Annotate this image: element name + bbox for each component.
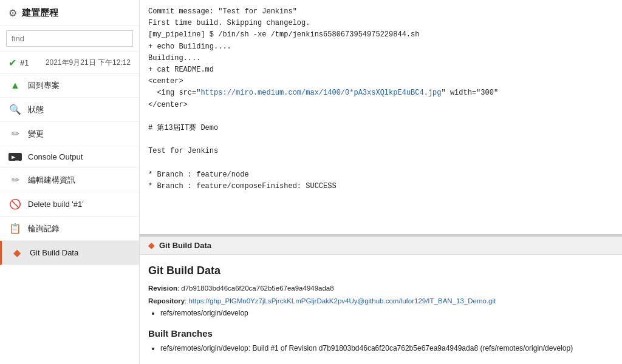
- git-build-title: Git Build Data: [148, 265, 613, 277]
- nav-item-delete[interactable]: 🚫 Delete build '#1': [0, 192, 139, 217]
- build-timestamp: 2021年9月21日 下午12:12: [46, 58, 131, 68]
- build-item[interactable]: ✔ #1 2021年9月21日 下午12:12: [0, 52, 139, 74]
- nav-item-console[interactable]: ▶_ Console Output 1: [0, 146, 139, 168]
- search-input[interactable]: [6, 30, 133, 47]
- git-section-header-label: Git Build Data: [159, 241, 211, 250]
- main-content: Commit message: "Test for Jenkins" First…: [140, 0, 622, 364]
- search-area: [0, 25, 139, 52]
- nav-item-changes[interactable]: ✏ 變更: [0, 122, 139, 146]
- nav-label-changes: 變更: [28, 129, 44, 140]
- nav-label-back: 回到專案: [28, 80, 60, 91]
- console-line-2: First time build. Skipping changelog.: [148, 18, 613, 29]
- delete-icon: 🚫: [9, 198, 22, 210]
- console-line-branch1: * Branch : feature/node: [148, 169, 613, 181]
- console-line-branch2: * Branch : feature/composeFinished: SUCC…: [148, 181, 613, 192]
- nav-label-edit-build: 編輯建構資訊: [28, 175, 75, 186]
- console-line-3: [my_pipeline] $ /bin/sh -xe /tmp/jenkins…: [148, 29, 613, 41]
- nav-label-console: Console Output: [28, 152, 83, 161]
- terminal-icon: ▶_: [9, 153, 22, 161]
- sidebar-title: 建置歷程: [22, 7, 58, 19]
- git-diamond-icon: ◆: [10, 247, 24, 258]
- git-header-icon: ◆: [148, 241, 154, 250]
- nav-label-query: 輪詢記錄: [28, 223, 60, 234]
- gear-icon: ⚙: [9, 7, 17, 19]
- note-icon: ✏: [9, 174, 22, 186]
- sidebar-header: ⚙ 建置歷程: [0, 0, 139, 25]
- console-line-13: Test for Jenkins: [148, 146, 613, 157]
- search-icon: 🔍: [9, 104, 22, 115]
- console-line-4: + echo Building....: [148, 41, 613, 53]
- nav-label-delete: Delete build '#1': [28, 200, 84, 209]
- built-branches-title: Built Branches: [148, 328, 613, 339]
- console-img-link[interactable]: https://miro.medium.com/max/1400/0*pA3xs…: [200, 89, 441, 97]
- refs-list: refs/remotes/origin/develop: [148, 307, 613, 319]
- nav-label-status: 狀態: [28, 104, 44, 115]
- edit-icon: ✏: [9, 128, 22, 140]
- console-line-7: <center>: [148, 76, 613, 87]
- revision-label: Revision: [148, 285, 177, 292]
- nav-item-status[interactable]: 🔍 狀態: [0, 98, 139, 122]
- nav-item-git-build[interactable]: ◆ Git Build Data 2: [0, 241, 139, 265]
- check-icon: ✔: [9, 57, 16, 69]
- console-line-10: [148, 111, 613, 123]
- sidebar: ⚙ 建置歷程 ✔ #1 2021年9月21日 下午12:12 ▲ 回到專案 🔍 …: [0, 0, 140, 364]
- git-meta: Revision: d7b91803bd46ca6f20ca762b5e67ea…: [148, 282, 613, 307]
- console-line-11: # 第13屆IT賽 Demo: [148, 123, 613, 134]
- console-line-9: </center>: [148, 99, 613, 111]
- git-build-data-section: Git Build Data Revision: d7b91803bd46ca6…: [140, 255, 622, 364]
- built-branches-item: refs/remotes/origin/develop: Build #1 of…: [160, 342, 613, 354]
- console-line-12: [148, 134, 613, 146]
- console-line-14: [148, 157, 613, 169]
- git-section-header: ◆ Git Build Data: [140, 235, 622, 255]
- console-line-6: + cat README.md: [148, 64, 613, 76]
- repo-label: Repository: [148, 297, 185, 305]
- build-num-label: #1: [20, 58, 29, 67]
- console-line-5: Building....: [148, 53, 613, 64]
- nav-item-query[interactable]: 📋 輪詢記錄: [0, 217, 139, 241]
- nav-item-back[interactable]: ▲ 回到專案: [0, 74, 139, 98]
- refs-item: refs/remotes/origin/develop: [160, 307, 613, 319]
- console-line-1: Commit message: "Test for Jenkins": [148, 6, 613, 18]
- arrow-up-icon: ▲: [9, 80, 22, 91]
- console-output: Commit message: "Test for Jenkins" First…: [140, 0, 622, 235]
- nav-item-edit-build[interactable]: ✏ 編輯建構資訊: [0, 168, 139, 192]
- console-line-8: <img src="https://miro.medium.com/max/14…: [148, 87, 613, 99]
- revision-value: d7b91803bd46ca6f20ca762b5e67ea9a4949ada8: [181, 285, 333, 292]
- clipboard-icon: 📋: [9, 223, 22, 234]
- nav-label-git-build: Git Build Data: [30, 248, 78, 257]
- build-number: ✔ #1: [9, 57, 29, 69]
- repo-url[interactable]: https://ghp_PlGMn0Yz7jLsPjrckKLmPGljrDak…: [188, 297, 496, 305]
- built-branches-list: refs/remotes/origin/develop: Build #1 of…: [148, 342, 613, 354]
